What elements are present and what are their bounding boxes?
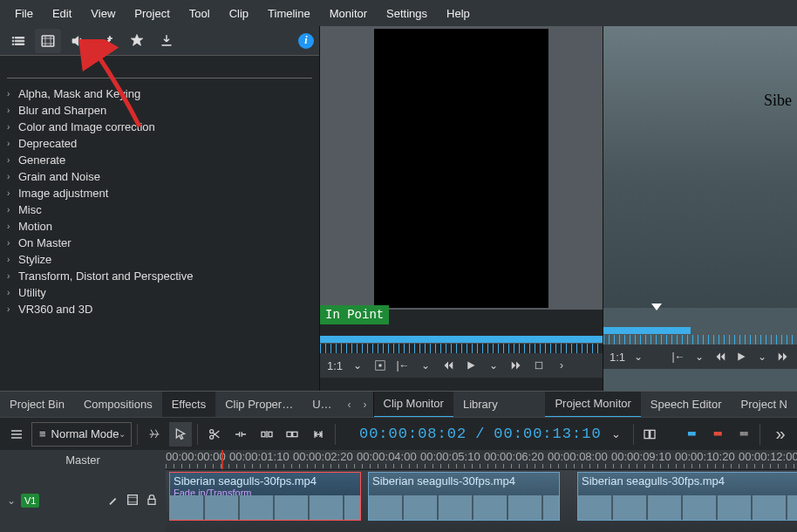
svg-rect-13 xyxy=(148,499,155,504)
cat-transform[interactable]: Transform, Distort and Perspective xyxy=(18,269,193,283)
menu-tool[interactable]: Tool xyxy=(180,7,220,20)
clip-monitor-frame xyxy=(374,29,548,308)
chevron-down-icon[interactable]: ⌄ xyxy=(753,347,771,366)
tab-effects[interactable]: Effects xyxy=(162,392,216,418)
timeline-ruler[interactable]: 00:00:00:00 00:00:01:10 00:00:02:20 00:0… xyxy=(166,450,797,469)
menu-file[interactable]: File xyxy=(5,7,43,20)
chevron-right-icon[interactable]: › xyxy=(552,356,571,375)
chevron-down-icon[interactable]: ⌄ xyxy=(630,347,647,366)
tab-project-monitor[interactable]: Project Monitor xyxy=(545,392,640,418)
tabs-prev-icon[interactable]: ‹ xyxy=(342,399,358,411)
forward-icon[interactable] xyxy=(774,347,792,366)
track-label[interactable]: V1 xyxy=(21,494,39,508)
menu-edit[interactable]: Edit xyxy=(43,7,81,20)
menu-monitor[interactable]: Monitor xyxy=(320,7,377,20)
tabs-next-icon[interactable]: › xyxy=(358,399,373,411)
marker-red-icon[interactable]: ▪▪ xyxy=(705,422,728,447)
project-monitor-viewport[interactable] xyxy=(603,26,797,308)
effects-tree[interactable]: ›Alpha, Mask and Keying ›Blur and Sharpe… xyxy=(0,82,319,391)
audio-effects-icon[interactable] xyxy=(65,29,91,53)
chevron-down-icon[interactable]: ⌄ xyxy=(605,422,628,447)
menu-view[interactable]: View xyxy=(81,7,125,20)
in-icon[interactable]: |← xyxy=(670,347,687,366)
menu-settings[interactable]: Settings xyxy=(377,7,437,20)
fx-icon[interactable] xyxy=(106,493,120,509)
menu-help[interactable]: Help xyxy=(437,7,480,20)
select-tool-icon[interactable] xyxy=(169,422,192,447)
cat-generate[interactable]: Generate xyxy=(18,153,65,167)
zoom-label[interactable]: 1:1 xyxy=(325,356,344,375)
fx-toggle-icon[interactable] xyxy=(143,422,166,447)
cat-utility[interactable]: Utility xyxy=(18,286,46,299)
tab-compositions[interactable]: Compositions xyxy=(74,392,162,418)
effects-search-input[interactable] xyxy=(7,61,312,78)
list-icon[interactable] xyxy=(5,29,31,53)
extract-icon[interactable] xyxy=(307,422,330,447)
mix-icon[interactable] xyxy=(638,422,661,447)
cat-grain[interactable]: Grain and Noise xyxy=(18,170,100,183)
spacer-tool-icon[interactable] xyxy=(229,422,252,447)
full-frame-icon[interactable] xyxy=(371,356,390,375)
cat-vr360[interactable]: VR360 and 3D xyxy=(18,303,92,316)
cat-motion[interactable]: Motion xyxy=(18,220,52,233)
cat-blur[interactable]: Blur and Sharpen xyxy=(18,104,106,117)
info-icon[interactable]: i xyxy=(298,33,314,49)
menu-timeline[interactable]: Timeline xyxy=(258,7,320,20)
svg-rect-7 xyxy=(269,432,272,436)
tab-project-notes[interactable]: Project N xyxy=(732,392,797,418)
tab-library[interactable]: Library xyxy=(453,392,507,418)
cat-misc[interactable]: Misc xyxy=(18,203,42,216)
marker-blue-icon[interactable]: ▪▪ xyxy=(679,422,702,447)
timeline-clip[interactable]: Siberian seagulls-30fps.mp4 xyxy=(577,472,797,521)
clip-monitor-viewport[interactable] xyxy=(320,26,603,310)
play-icon[interactable] xyxy=(461,356,480,375)
timeline-clip[interactable]: Siberian seagulls-30fps.mp4 xyxy=(368,472,560,521)
forward-icon[interactable] xyxy=(507,356,526,375)
cat-stylize[interactable]: Stylize xyxy=(18,253,51,266)
crop-icon[interactable] xyxy=(529,356,548,375)
overwrite-icon[interactable] xyxy=(281,422,303,447)
track-header[interactable]: ⌄ V1 xyxy=(0,469,166,532)
timecode-total: 00:00:13:10 xyxy=(494,426,601,442)
marker-grey-icon[interactable]: ▪▪ xyxy=(732,422,754,447)
cat-alpha[interactable]: Alpha, Mask and Keying xyxy=(18,87,140,100)
tab-clip-monitor[interactable]: Clip Monitor xyxy=(374,392,453,418)
chevron-down-icon[interactable]: ⌄ xyxy=(416,356,435,375)
in-point-badge: In Point xyxy=(320,305,389,324)
menu-project[interactable]: Project xyxy=(125,7,179,20)
chevron-down-icon[interactable]: ⌄ xyxy=(7,494,16,507)
menu-clip[interactable]: Clip xyxy=(220,7,258,20)
tab-project-bin[interactable]: Project Bin xyxy=(0,392,74,418)
video-effects-icon[interactable] xyxy=(35,29,61,53)
rewind-icon[interactable] xyxy=(712,347,729,366)
cat-image-adjust[interactable]: Image adjustment xyxy=(18,187,108,200)
download-icon[interactable] xyxy=(153,29,180,53)
cat-color[interactable]: Color and Image correction xyxy=(18,120,155,133)
track-v1[interactable]: Siberian seagulls-30fps.mp4 Fade in/Tran… xyxy=(166,469,797,532)
favorite-icon[interactable] xyxy=(124,29,150,53)
play-icon[interactable] xyxy=(732,347,750,366)
razor-icon[interactable] xyxy=(203,422,226,447)
chevron-down-icon[interactable]: ⌄ xyxy=(348,356,367,375)
edit-mode-select[interactable]: ≡Normal Mode⌄ xyxy=(31,422,132,447)
chevron-down-icon[interactable]: ⌄ xyxy=(484,356,503,375)
lock-icon[interactable] xyxy=(145,493,159,509)
film-icon[interactable] xyxy=(126,493,140,509)
hamburger-icon[interactable] xyxy=(5,422,28,447)
zoom-label[interactable]: 1:1 xyxy=(609,347,626,366)
timeline-clip[interactable]: Siberian seagulls-30fps.mp4 Fade in/Tran… xyxy=(169,472,361,521)
toolbar-overflow-icon[interactable]: » xyxy=(769,422,792,447)
cat-on-master[interactable]: On Master xyxy=(18,236,72,249)
playhead-icon[interactable] xyxy=(651,304,662,310)
cat-deprecated[interactable]: Deprecated xyxy=(18,137,77,150)
timecode-current[interactable]: 00:00:08:02 xyxy=(359,426,467,442)
wand-icon[interactable] xyxy=(94,29,120,53)
in-icon[interactable]: |← xyxy=(393,356,412,375)
tab-clip-properties[interactable]: Clip Proper… xyxy=(215,392,303,418)
tab-undo-history[interactable]: U… xyxy=(303,392,341,418)
insert-icon[interactable] xyxy=(255,422,278,447)
chevron-down-icon[interactable]: ⌄ xyxy=(691,347,708,366)
rewind-icon[interactable] xyxy=(439,356,458,375)
tab-speech-editor[interactable]: Speech Editor xyxy=(641,392,732,418)
master-label[interactable]: Master xyxy=(0,450,166,469)
